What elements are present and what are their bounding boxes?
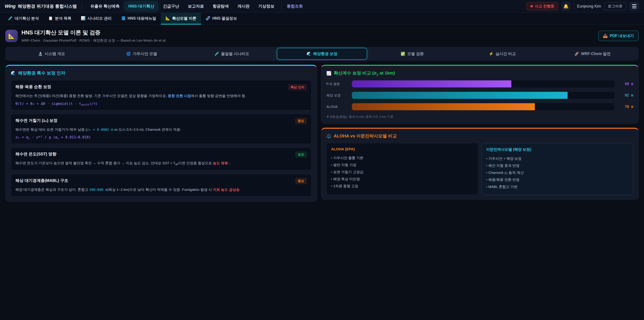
bar-value: 68 m	[618, 82, 633, 86]
cyclone-icon: 🌀	[126, 52, 131, 56]
hamburger-icon	[632, 4, 636, 5]
sub-navbar: 🧪 대기확산 분석 📋 분석 목록 📊 시나리오 관리 📘 HNS 대응매뉴얼 …	[0, 13, 644, 25]
lightning-icon: ⚡	[489, 52, 494, 56]
bar-row-aloha: ALOHA 78 m	[326, 103, 633, 110]
microscope-icon: 🔬	[38, 52, 42, 56]
chart-header: 📈 확산계수 보정 비교 (σy at 1km)	[326, 70, 633, 76]
list-item: 1차원 풍향 고정	[331, 183, 474, 190]
value-mixing-height: 300~800 m	[89, 188, 107, 192]
subnav-item-scenario-management[interactable]: 📊 시나리오 관리	[76, 13, 116, 25]
bar-fill-pg-original	[352, 80, 511, 87]
triangle-ruler-icon: 📐	[166, 16, 170, 21]
subnav-item-hns-manual[interactable]: 📘 HNS 대응매뉴얼	[116, 13, 161, 25]
subnav-item-hns-substance-info[interactable]: 🧬 HNS 물질정보	[201, 13, 242, 25]
factor-card-surface-roughness: 해수면 거칠기 (z₀) 보정 중요 해수면은 육상 대비 표면 거칠기가 매우…	[11, 114, 312, 144]
nav-item-weather[interactable]: 기상정보	[254, 2, 278, 11]
comparison-header: ⚖️ ALOHA vs 이문진박사모델 비교	[326, 133, 633, 139]
factor-title: 해풍·육풍 순환 보정	[16, 84, 51, 89]
factor-badge: 핵심 인자	[288, 84, 307, 91]
list-item: 가우시안 플룸 기본	[331, 154, 474, 161]
tab-substance-scenarios[interactable]: 🧪 물질별 시나리오	[187, 48, 277, 60]
factor-body: 해양 대기경계층은 육상과 구조가 상이. 혼합고 300~800 m(육상 1…	[16, 187, 307, 192]
nav-item-oil-spill[interactable]: 유출유 확산예측	[87, 2, 124, 11]
aloha-feature-list: 가우시안 플룸 기본 평탄 지형 가정 표면 거칠기 고정값 해양 특성 미반영…	[331, 154, 474, 190]
triangle-ruler-icon: 📐	[8, 33, 15, 39]
wave-icon: 🌊	[11, 71, 16, 76]
topbar-divider	[574, 3, 574, 10]
hamburger-menu-button[interactable]	[629, 2, 639, 11]
factor-card-sst: 해수면 온도(SST) 영향 보조 해수면 온도가 기온보다 높으면 열적 불안…	[11, 147, 312, 170]
bar-fill-marine-corrected	[352, 92, 568, 99]
tab-realtime-comparison[interactable]: ⚡ 실시간 비교	[457, 48, 548, 60]
highlight-wind-shift: 풍향 전환 시점	[168, 94, 191, 98]
alert-concentration-retention: 농도 체류↑	[213, 161, 230, 165]
bar-track	[352, 80, 614, 87]
model-comparison-panel: ⚖️ ALOHA vs 이문진박사모델 비교 ALOHA (EPA) 가우시안 …	[321, 128, 639, 200]
rocket-icon: 🚀	[574, 52, 579, 56]
comparison-grid: ALOHA (EPA) 가우시안 플룸 기본 평탄 지형 가정 표면 거칠기 고…	[326, 143, 633, 195]
subnav-item-diffusion-analysis[interactable]: 🧪 대기확산 분석	[3, 13, 44, 25]
marine-model-title: 이문진박사모델 (해양 보정)	[486, 147, 628, 152]
nav-item-integrated-search[interactable]: 통합조회	[282, 2, 306, 11]
logout-button[interactable]: 로그아웃	[604, 2, 626, 11]
bar-chart-icon: 📊	[81, 16, 85, 21]
tab-model-validation[interactable]: ✅ 모델 검증	[367, 48, 457, 60]
notifications-button[interactable]: 🔔	[561, 2, 571, 11]
nav-divider	[82, 3, 82, 10]
factor-title: 해수면 거칠기 (z₀) 보정	[16, 118, 58, 123]
chart-increasing-icon: 📈	[326, 71, 332, 76]
clipboard-icon: 📋	[48, 16, 53, 21]
chart-footnote: ※ D등급(중립), 풍속 5 m/s, 풍하거리 1 km 기준	[326, 115, 633, 119]
brand-title: 해양환경 위기대응 통합시스템	[18, 3, 77, 9]
book-icon: 📘	[121, 16, 126, 21]
incident-status-badge: 사고 진행중	[526, 2, 558, 11]
page-title: HNS 대기확산 모델 이론 및 검증	[22, 29, 166, 37]
pdf-export-button[interactable]: 📥 PDF 내보내기	[598, 31, 639, 41]
nav-item-reports[interactable]: 보고자료	[184, 2, 208, 11]
value-roughness: z₀ ≈ 0.0002 m	[87, 128, 113, 132]
tab-gaussian-model[interactable]: 🌀 가우시안 모델	[96, 48, 187, 60]
test-tube-icon: 🧪	[8, 16, 12, 21]
alert-surface-concentration: 지표 농도 급상승	[213, 188, 240, 191]
factor-title: 해수면 온도(SST) 영향	[16, 151, 56, 157]
list-item: Charnock z₀ 동적 계산	[486, 169, 628, 176]
main-content: 🌊 해양환경 특수 보정 인자 해풍·육풍 순환 보정 핵심 인자 해안에서는 …	[5, 65, 639, 202]
bar-label: P-G 원본	[326, 82, 348, 86]
bar-value: 92 m	[618, 93, 633, 97]
nav-item-air-search[interactable]: 항공탐색	[209, 2, 232, 11]
section-tabs: 🔬 시스템 개요 🌀 가우시안 모델 🧪 물질별 시나리오 🌊 해양환경 보정 …	[5, 47, 639, 61]
subnav-item-analysis-list[interactable]: 📋 분석 목록	[44, 13, 76, 25]
diffusion-coefficient-panel: 📈 확산계수 보정 비교 (σy at 1km) P-G 원본 68 m 해양 …	[321, 65, 639, 124]
tab-wrf-chem[interactable]: 🚀 WRF-Chem 발전	[548, 48, 638, 60]
subnav-item-model-theory[interactable]: 📐 확산모델 이론	[161, 13, 201, 25]
list-item: 가우시안 + 해양 보정	[486, 155, 628, 162]
brand[interactable]: Wing 해양환경 위기대응 통합시스템	[5, 3, 77, 9]
page-title-icon: 📐	[5, 30, 18, 42]
factor-body: 해안에서는 주간(해풍)·야간(육풍) 풍향 전환 발생. 기존 가우시안 모델…	[16, 93, 307, 99]
check-icon: ✅	[401, 52, 405, 56]
top-navbar: Wing 해양환경 위기대응 통합시스템 유출유 확산예측 HNS·대기확산 긴…	[0, 0, 644, 13]
nav-item-hns-diffusion[interactable]: HNS·대기확산	[124, 2, 158, 11]
list-item: 해풍/육풍 전환 반영	[486, 176, 628, 183]
tab-system-overview[interactable]: 🔬 시스템 개요	[6, 48, 96, 60]
wave-icon: 🌊	[306, 52, 311, 56]
user-name: Eunjeong Kim	[577, 4, 601, 9]
bell-icon: 🔔	[563, 4, 569, 9]
factor-formula: z₀ = αc · u*² / g (αc ≈ 0.011~0.018)	[16, 135, 307, 140]
list-item: MABL 혼합고 가변	[486, 183, 628, 190]
bar-track	[352, 103, 614, 110]
app-root: Wing 해양환경 위기대응 통합시스템 유출유 확산예측 HNS·대기확산 긴…	[0, 0, 644, 320]
tab-marine-correction[interactable]: 🌊 해양환경 보정	[277, 48, 367, 60]
nav-item-rescue[interactable]: 긴급구난	[159, 2, 183, 11]
marine-model-feature-list: 가우시안 + 해양 보정 해안 지형 효과 반영 Charnock z₀ 동적 …	[486, 155, 628, 190]
list-item: 해안 지형 효과 반영	[486, 162, 628, 169]
bar-track	[352, 92, 614, 99]
factor-title: 해상 대기경계층(MABL) 구조	[16, 178, 68, 183]
right-column: 📈 확산계수 보정 비교 (σy at 1km) P-G 원본 68 m 해양 …	[321, 65, 639, 200]
nav-item-board[interactable]: 게시판	[234, 2, 253, 11]
brand-logo-icon: Wing	[5, 4, 16, 9]
marine-model-box: 이문진박사모델 (해양 보정) 가우시안 + 해양 보정 해안 지형 효과 반영…	[482, 143, 633, 195]
aloha-box: ALOHA (EPA) 가우시안 플룸 기본 평탄 지형 가정 표면 거칠기 고…	[326, 143, 478, 195]
dna-icon: 🧬	[206, 16, 210, 21]
bar-label: ALOHA	[326, 105, 348, 109]
